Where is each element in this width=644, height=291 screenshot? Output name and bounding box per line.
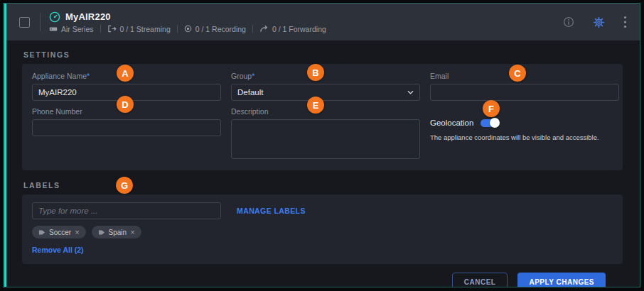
device-type-label: Air Series bbox=[61, 25, 94, 33]
phone-input[interactable] bbox=[32, 119, 221, 136]
device-meta-row: Air Series 0 / 1 Streaming bbox=[49, 25, 326, 33]
streaming-count: 0 / 1 Streaming bbox=[120, 25, 171, 33]
gauge-circle-icon bbox=[49, 11, 60, 23]
streaming-icon bbox=[107, 25, 117, 33]
annotation-badge-c: C bbox=[509, 65, 526, 82]
header-bar: MyAIR220 Air Series bbox=[6, 4, 640, 40]
manage-labels-link[interactable]: MANAGE LABELS bbox=[237, 207, 306, 215]
annotation-badge-b: B bbox=[307, 64, 324, 81]
geolocation-toggle[interactable] bbox=[481, 119, 498, 127]
info-icon[interactable] bbox=[562, 15, 576, 29]
settings-card: Appliance Name* Group* Default Email Pho… bbox=[22, 64, 623, 170]
label-chip-spain: Spain × bbox=[92, 226, 141, 238]
description-textarea[interactable] bbox=[231, 119, 420, 159]
geolocation-helper-text: The appliance coordinates will be visibl… bbox=[430, 133, 619, 141]
email-input[interactable] bbox=[430, 84, 619, 101]
description-label: Description bbox=[231, 107, 420, 116]
annotation-badge-d: D bbox=[117, 96, 134, 113]
forwarding-icon bbox=[259, 25, 269, 33]
annotation-badge-a: A bbox=[117, 65, 134, 82]
gear-icon[interactable] bbox=[591, 15, 606, 30]
cancel-button[interactable]: CANCEL bbox=[452, 273, 508, 287]
labels-section-title: LABELS bbox=[23, 181, 623, 190]
group-selected-value: Default bbox=[237, 88, 263, 97]
select-device-checkbox[interactable] bbox=[19, 17, 30, 28]
device-settings-panel: MyAIR220 Air Series bbox=[3, 3, 640, 287]
device-title: MyAIR220 bbox=[65, 11, 111, 22]
label-chips-row: Soccer × Spain × bbox=[32, 226, 613, 238]
chevron-down-icon bbox=[407, 90, 414, 94]
labels-search-input[interactable] bbox=[32, 202, 221, 219]
label-chip-soccer: Soccer × bbox=[32, 226, 86, 238]
remove-all-labels-link[interactable]: Remove All (2) bbox=[32, 246, 84, 254]
kebab-menu-icon[interactable] bbox=[622, 14, 628, 30]
labels-card: MANAGE LABELS Soccer × Spain × bbox=[22, 194, 623, 264]
device-type-icon bbox=[49, 26, 58, 33]
group-select[interactable]: Default bbox=[231, 84, 420, 101]
settings-section-title: SETTINGS bbox=[23, 50, 623, 59]
group-field: Group* Default bbox=[231, 72, 420, 101]
group-label: Group* bbox=[231, 72, 420, 80]
annotation-badge-e: E bbox=[307, 97, 324, 114]
chip-remove-icon[interactable]: × bbox=[130, 229, 134, 236]
description-field: Description bbox=[231, 107, 420, 162]
apply-changes-button[interactable]: APPLY CHANGES bbox=[517, 273, 606, 287]
chip-remove-icon[interactable]: × bbox=[75, 229, 79, 236]
chip-label: Spain bbox=[109, 229, 127, 236]
annotation-badge-f: F bbox=[483, 100, 500, 117]
tag-icon bbox=[98, 229, 105, 236]
tag-icon bbox=[38, 229, 45, 236]
annotation-badge-g: G bbox=[116, 177, 133, 194]
header-divider bbox=[40, 13, 41, 31]
recording-icon bbox=[184, 25, 192, 33]
chip-label: Soccer bbox=[49, 229, 71, 236]
geolocation-field: Geolocation The appliance coordinates wi… bbox=[430, 107, 619, 162]
recording-count: 0 / 1 Recording bbox=[195, 25, 246, 33]
forwarding-count: 0 / 1 Forwarding bbox=[272, 25, 326, 33]
geolocation-label: Geolocation bbox=[430, 119, 473, 127]
selection-accent-bar bbox=[4, 4, 6, 287]
phone-field: Phone Number bbox=[32, 107, 221, 162]
